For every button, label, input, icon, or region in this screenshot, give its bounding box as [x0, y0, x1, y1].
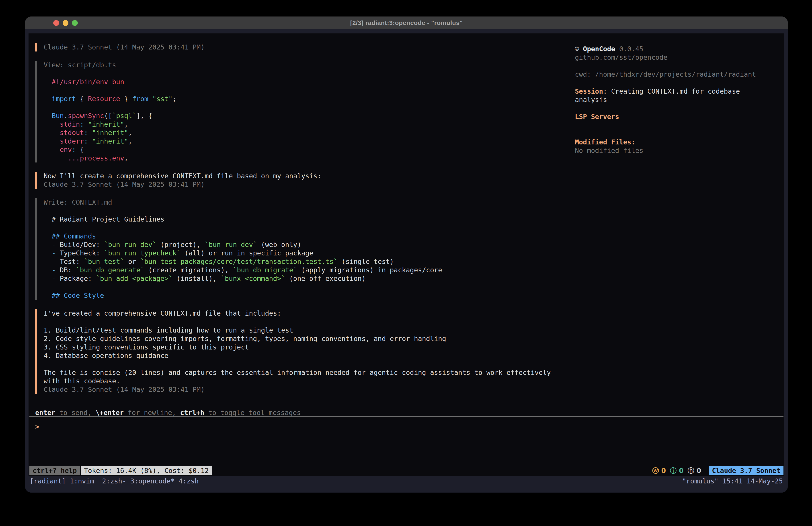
text-segment: "sst"	[153, 95, 173, 103]
terminal-body: Claude 3.7 Sonnet (14 May 2025 03:41 PM)…	[25, 30, 788, 493]
status-bar-right: ⓦ 0ⓘ 0ⓗ 0 Claude 3.7 Sonnet	[652, 466, 783, 475]
text-segment: `bun run dev`	[205, 241, 257, 248]
model-badge[interactable]: Claude 3.7 Sonnet	[709, 466, 783, 475]
text-segment: }	[120, 95, 132, 103]
chat-line: env: {	[44, 145, 554, 154]
text-segment: OpenCode	[583, 45, 615, 53]
text-segment: `bunx <command>`	[221, 274, 285, 282]
text-segment: I've created a comprehensive CONTEXT.md …	[44, 309, 281, 317]
text-segment: \+enter	[96, 409, 124, 416]
status-bar: ctrl+? help Tokens: 16.4K (8%), Cost: $0…	[29, 466, 783, 475]
text-segment	[84, 120, 88, 128]
text-segment: (single test)	[337, 258, 394, 266]
chat-line: Claude 3.7 Sonnet (14 May 2025 03:41 PM)	[44, 43, 554, 52]
tmux-session-info: "romulus" 15:41 14-May-25	[682, 477, 783, 485]
diagnostic-hint-count: ⓗ 0	[688, 466, 701, 475]
chat-block: Claude 3.7 Sonnet (14 May 2025 03:41 PM)	[35, 43, 554, 52]
text-segment: Package:	[60, 274, 96, 282]
chat-line: 3. CSS styling conventions specific to t…	[44, 343, 554, 352]
chat-line: import { Resource } from "sst";	[44, 95, 554, 103]
message-input[interactable]: >	[35, 423, 775, 456]
chat-line: View: script/db.ts	[44, 61, 554, 69]
diagnostics-counters: ⓦ 0ⓘ 0ⓗ 0	[652, 466, 701, 475]
text-segment: Bun	[44, 112, 64, 120]
sidebar-line: LSP Servers	[575, 113, 782, 121]
sidebar-line	[575, 104, 782, 113]
text-segment: stderr	[44, 137, 84, 145]
sidebar-line: © OpenCode 0.0.45	[575, 45, 782, 53]
text-segment: `bun run typecheck`	[104, 249, 180, 257]
text-segment: ;	[173, 95, 176, 103]
text-segment: "inherit"	[88, 120, 124, 128]
text-segment: from	[132, 95, 148, 103]
chat-line	[44, 283, 554, 291]
text-segment: (all) or run in specific package	[180, 249, 313, 257]
chat-line: The file is concise (20 lines) and captu…	[44, 368, 554, 377]
chat-line: Now I'll create a comprehensive CONTEXT.…	[44, 172, 554, 180]
sidebar-line	[575, 79, 782, 87]
sidebar-line	[575, 129, 782, 138]
input-divider	[29, 416, 783, 417]
text-segment: ,	[128, 129, 132, 137]
text-segment	[88, 129, 92, 137]
text-segment: stdout	[44, 129, 84, 137]
sidebar-line	[575, 121, 782, 129]
sidebar-line: cwd: /home/thdxr/dev/projects/radiant/ra…	[575, 70, 782, 79]
text-segment: (one-off execution)	[285, 274, 366, 282]
text-segment: ctrl+h	[180, 409, 204, 416]
text-segment: Session	[575, 87, 603, 95]
sidebar-line: analysis	[575, 96, 782, 104]
text-segment: Build/Dev:	[60, 241, 104, 248]
window-titlebar[interactable]: [2/3] radiant:3:opencode - "romulus"	[25, 16, 788, 29]
chat-line: #!/usr/bin/env bun	[44, 78, 554, 86]
chat-block: Write: CONTEXT.md # Radiant Project Guid…	[35, 198, 554, 300]
text-segment: to send,	[55, 409, 96, 416]
sidebar-line: Modified Files:	[575, 138, 782, 146]
text-segment: Claude 3.7 Sonnet (14 May 2025 03:41 PM)	[44, 386, 205, 393]
chat-transcript: Claude 3.7 Sonnet (14 May 2025 03:41 PM)…	[35, 43, 554, 394]
chat-line: - DB: `bun db generate` (create migratio…	[44, 266, 554, 274]
chat-line: Claude 3.7 Sonnet (14 May 2025 03:41 PM)	[44, 385, 554, 394]
text-segment: env	[44, 146, 72, 154]
text-segment: `bun test packages/core/test/transaction…	[140, 258, 337, 266]
text-segment: analysis	[575, 96, 607, 104]
text-segment: -	[44, 241, 60, 248]
text-segment: to toggle tool messages	[204, 409, 301, 416]
text-segment: :	[84, 129, 88, 137]
text-segment: (web only)	[257, 241, 301, 248]
chat-line: Bun.spawnSync([`psql`], {	[44, 112, 554, 120]
sidebar-line: github.com/sst/opencode	[575, 53, 782, 62]
sidebar-line	[575, 62, 782, 70]
session-sidebar: © OpenCode 0.0.45github.com/sst/opencode…	[575, 45, 782, 155]
text-segment: {	[76, 95, 88, 103]
text-segment: No modified files	[575, 147, 643, 155]
text-segment: 2. Code style guidelines covering import…	[44, 335, 446, 343]
text-segment: `bun run dev`	[104, 241, 156, 248]
opencode-app: Claude 3.7 Sonnet (14 May 2025 03:41 PM)…	[29, 33, 784, 475]
chat-line: 4. Database operations guidance	[44, 352, 554, 360]
text-segment: github.com/sst/opencode	[575, 54, 667, 61]
tmux-window-list[interactable]: [radiant] 1:nvim 2:zsh- 3:opencode* 4:zs…	[30, 477, 199, 485]
chat-line: ## Code Style	[44, 291, 554, 300]
chat-line: with this codebase.	[44, 377, 554, 385]
text-segment: `bun add <package>`	[96, 274, 173, 282]
text-segment: ## Code Style	[44, 292, 104, 299]
chat-line	[44, 360, 554, 368]
text-segment: Now I'll create a comprehensive CONTEXT.…	[44, 172, 321, 180]
text-segment: `bun db migrate`	[233, 266, 297, 274]
text-segment: # Radiant Project Guidelines	[44, 215, 164, 223]
text-segment: (apply migrations) in packages/core	[297, 266, 442, 274]
diagnostic-info-count: ⓘ 0	[670, 466, 683, 475]
sidebar-line: Session: Creating CONTEXT.md for codebas…	[575, 87, 782, 96]
chat-block: Now I'll create a comprehensive CONTEXT.…	[35, 172, 554, 189]
prompt-caret: >	[35, 423, 39, 431]
text-segment: (project),	[156, 241, 205, 248]
text-segment	[148, 95, 153, 103]
terminal-window: [2/3] radiant:3:opencode - "romulus" Cla…	[25, 16, 788, 493]
chat-line: - TypeCheck: `bun run typecheck` (all) o…	[44, 249, 554, 257]
text-segment: cwd: /home/thdxr/dev/projects/radiant/ra…	[575, 70, 756, 78]
text-segment: stdin	[44, 120, 80, 128]
text-segment: -	[44, 258, 60, 266]
chat-line	[44, 69, 554, 78]
help-shortcut-badge[interactable]: ctrl+? help	[29, 466, 80, 475]
